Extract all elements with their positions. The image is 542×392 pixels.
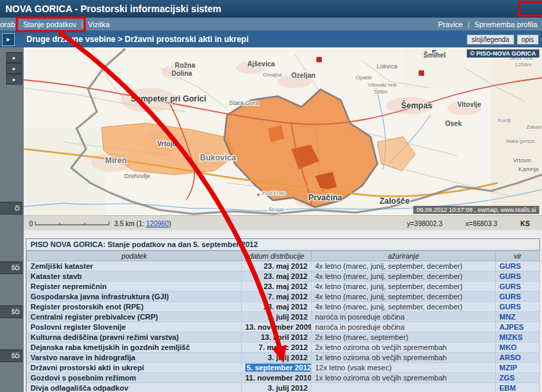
description-button[interactable]: opis [517, 35, 539, 45]
map-label: Struga [268, 206, 284, 213]
map-label: Vrtojba [157, 140, 180, 148]
table-row: Centralni register prebivalcev (CRP)1. j… [27, 312, 540, 322]
map-label: Orehovlje [124, 173, 150, 179]
map-watermark: 06.09.2012 10:57:08 , ewmap, www.realis.… [413, 206, 539, 214]
map-label: Osek [445, 120, 462, 127]
arrow-right-icon: ► [6, 37, 12, 43]
map-label: 1204m [515, 62, 532, 68]
map-label: Dolina [171, 70, 192, 77]
table-row: Divja odlagališča odpadkov3. julij 2012E… [27, 383, 540, 392]
road-marker-icon [419, 70, 424, 76]
breadcrumb: Druge državne vsebine > Državni prostors… [26, 35, 249, 44]
source-link[interactable]: ARSO [499, 353, 521, 362]
map-copyright: © PISO-NOVA GORICA [467, 49, 539, 58]
table-row-highlighted: Državni prostorski akti in ukrepi5. sept… [27, 363, 540, 373]
sidebar-button-poisci[interactable]: šči [0, 305, 22, 318]
table-row: Kataster stavb23. maj 20124x letno (mare… [27, 271, 540, 282]
status-table: PISO NOVA GORICA: Stanje podatkov na dan… [26, 238, 540, 392]
map-label: Stara Gora [229, 100, 259, 106]
map-label: Vitovski hrib [368, 82, 398, 88]
table-row: Register prostorskih enot (RPE)23. maj 2… [27, 302, 540, 312]
source-link[interactable]: GURS [499, 292, 521, 301]
coordinate-y: y=398002.3 [407, 220, 443, 227]
menu-item-stanje-podatkov[interactable]: Stanje podatkov [18, 20, 81, 28]
source-link[interactable]: GURS [499, 282, 521, 290]
crs-selector[interactable]: KS [520, 220, 530, 227]
map-label: Zasad [526, 124, 541, 130]
source-link[interactable]: MZIP [499, 364, 517, 372]
collapse-panel-button[interactable]: ► [2, 33, 15, 46]
expand-tool-button[interactable]: ► [6, 74, 22, 85]
layers-legend-button[interactable]: sloji/legenda [467, 35, 514, 45]
sidebar-button-poisci[interactable]: šči [0, 349, 22, 362]
map-label: Kuclji [498, 117, 511, 123]
map-label: Ajševica [247, 60, 275, 68]
map-label: Pod Frato [262, 190, 287, 196]
map-canvas[interactable]: + Rožna Dolina Ajševica Šmihel Lokvica J… [24, 47, 542, 215]
map-label: Šmihel [423, 51, 446, 59]
table-zone: PISO NOVA GORICA: Stanje podatkov na dan… [24, 230, 542, 392]
col-azuriranje: ažuriranje [312, 251, 496, 261]
source-link[interactable]: GURS [499, 262, 521, 270]
map-label: Prvačina [308, 193, 342, 202]
map-label: Lokvica [377, 63, 398, 70]
table-header-row: podatek datum distribucije ažuriranje vi… [27, 251, 540, 261]
menu-item-sprememba-profila[interactable]: Sprememba profila [470, 20, 542, 28]
source-link[interactable]: EBM [499, 384, 516, 392]
source-link[interactable]: GURS [499, 272, 521, 280]
scale-value-link[interactable]: 120960 [146, 220, 169, 227]
table-title: PISO NOVA GORICA: Stanje podatkov na dan… [26, 239, 539, 251]
source-link[interactable]: MNZ [499, 313, 516, 321]
scale-ruler [35, 219, 110, 227]
source-link[interactable]: MKO [499, 343, 517, 351]
source-link[interactable]: AJPES [499, 323, 524, 331]
map-graphics: + Rožna Dolina Ajševica Šmihel Lokvica J… [24, 47, 542, 215]
church-marker-icon: + [257, 192, 260, 198]
table-row: Dejanska raba kmetijskih in gozdnih zeml… [27, 343, 540, 353]
map-label: Miren [105, 156, 127, 165]
table-row: Register nepremičnin23. maj 20124x letno… [27, 282, 540, 292]
map-label: Kamnje [518, 166, 539, 173]
table-row: Zemljiški kataster23. maj 20124x letno (… [27, 261, 540, 271]
map-label: Bukovica [200, 153, 236, 162]
source-link[interactable]: MIZKS [499, 333, 522, 341]
piso-app: NOVA GORICA - Prostorski informacijski s… [0, 0, 542, 392]
scale-bar: 0 3.5 km (1: 120960) y=398002.3 x=86803.… [24, 215, 542, 231]
map-label: Šempas [401, 100, 432, 110]
map-label: Ozeljan [291, 72, 316, 79]
expand-tool-button[interactable]: ► [6, 52, 22, 63]
source-link[interactable]: GURS [499, 303, 521, 311]
table-row: Gospodarska javna infrastruktura (GJI)7.… [27, 292, 540, 302]
map-label: Mala gorica [506, 138, 535, 144]
menu-item-pravice[interactable]: Pravice [434, 20, 468, 28]
sidebar-button-isci[interactable]: či [0, 202, 22, 215]
table-row: Kulturna dediščina (pravni režimi varstv… [27, 332, 540, 343]
map-label: Rožna [175, 62, 195, 69]
expand-tool-button[interactable]: ► [6, 63, 22, 74]
menu-item-partial[interactable]: orab [0, 20, 16, 28]
left-sidebar: ► ► ► či šči šči šči [0, 47, 24, 392]
scale-zero: 0 [29, 220, 33, 227]
arrow-right-icon: ► [12, 77, 17, 82]
scale-text: 3.5 km (1: 120960) [114, 220, 171, 227]
col-podatek: podatek [27, 251, 242, 261]
arrow-right-icon: ► [12, 56, 17, 60]
arrow-right-icon: ► [12, 66, 17, 71]
sidebar-button-poisci[interactable]: šči [0, 261, 22, 274]
breadcrumb-bar: ► Druge državne vsebine > Državni prosto… [0, 31, 542, 48]
menu-item-vizitka[interactable]: Vizitka [83, 20, 114, 28]
map-label: Zalošče [379, 196, 410, 206]
table-row: Poslovni register Slovenije13. november … [27, 322, 540, 332]
app-title: NOVA GORICA - Prostorski informacijski s… [5, 3, 221, 14]
road-marker-icon [316, 57, 322, 62]
table-row: Gozdovi s posebnim režimom11. november 2… [27, 373, 540, 383]
source-link[interactable]: ZGS [499, 374, 515, 382]
highlighted-date: 5. september 2012 [245, 364, 312, 372]
col-datum: datum distribucije [242, 251, 312, 261]
map-label: Šempeter pri Gorici [131, 93, 206, 104]
map-label: Vitovlje [457, 101, 482, 108]
app-header: NOVA GORICA - Prostorski informacijski s… [0, 0, 542, 18]
map-label: 598m [374, 89, 388, 95]
map-label: Opade [356, 74, 373, 81]
menu-bar: orab | Stanje podatkov | Vizitka Pravice… [0, 18, 542, 31]
